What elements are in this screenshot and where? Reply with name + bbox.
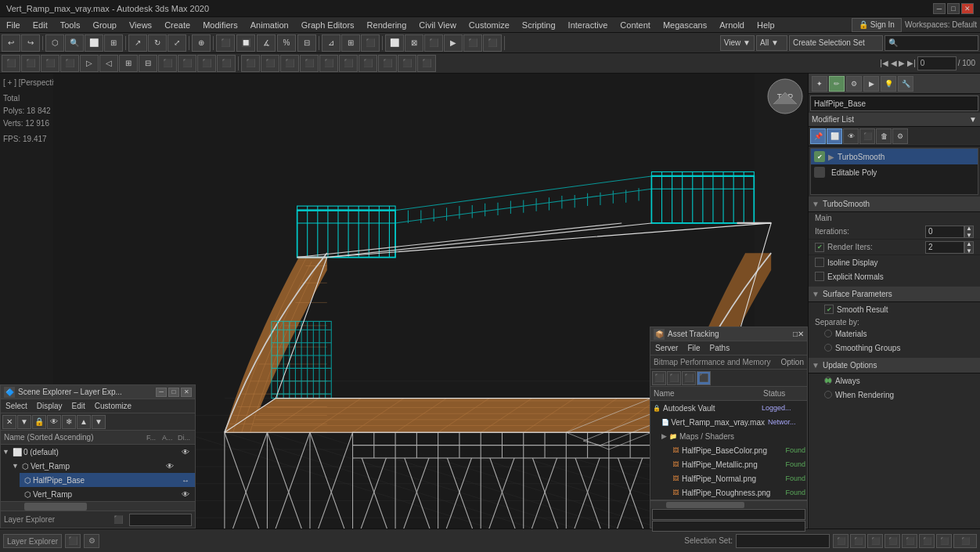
asset-tb-btn4-active[interactable]: ⬛ — [697, 371, 711, 385]
asset-row-metallic[interactable]: 🖼 HalfPipe_Metallic.png Found — [669, 457, 807, 471]
minimize-button[interactable]: ─ — [933, 3, 946, 14]
tb2-btn-2[interactable]: ⬛ — [21, 55, 40, 72]
tb2-btn-1[interactable]: ⬛ — [2, 55, 20, 72]
tb2-btn-5[interactable]: ▷ — [80, 55, 99, 72]
options-btn[interactable]: ⚙ — [84, 534, 99, 548]
when-rendering-radio[interactable] — [824, 391, 832, 399]
se-freeze-icon[interactable]: ❄ — [62, 415, 76, 429]
pin-modifier-btn[interactable]: 📌 — [810, 128, 826, 144]
se-lock-icon[interactable]: 🔒 — [32, 415, 46, 429]
tb2-btn-8[interactable]: ⊟ — [139, 55, 157, 72]
asset-tb-btn3[interactable]: ⬛ — [682, 371, 696, 385]
tb2-btn-12[interactable]: ⬛ — [217, 55, 236, 72]
menu-create[interactable]: Create — [158, 17, 196, 33]
se-selection-set-input[interactable] — [129, 514, 192, 526]
motion-panel-btn[interactable]: ▶ — [863, 76, 879, 92]
angle-snap[interactable]: ∡ — [257, 34, 276, 52]
align-button[interactable]: ⊞ — [341, 34, 360, 52]
create-panel-btn[interactable]: ✦ — [812, 76, 827, 92]
se-show-icon[interactable]: 👁 — [47, 415, 61, 429]
always-radio[interactable] — [824, 377, 832, 384]
menu-help[interactable]: Help — [751, 17, 781, 33]
se-scrollbar[interactable] — [1, 501, 195, 511]
render-iters-checkbox[interactable]: ✔ — [815, 243, 824, 252]
se-menu-edit[interactable]: Edit — [67, 399, 90, 413]
se-menu-customize[interactable]: Customize — [90, 399, 136, 413]
materials-radio[interactable] — [824, 330, 832, 337]
undo-button[interactable]: ↩ — [2, 34, 20, 52]
layer-manager-button[interactable]: ⬛ — [361, 34, 380, 52]
tb2-btn-11[interactable]: ⬛ — [197, 55, 216, 72]
tb2-btn-13[interactable]: ⬛ — [241, 55, 260, 72]
hierarchy-panel-btn[interactable]: ⚙ — [846, 76, 862, 92]
asset-option-label[interactable]: Option — [781, 358, 804, 366]
menu-civil-view[interactable]: Civil View — [413, 17, 462, 33]
iterations-spin-btn[interactable]: ▲▼ — [964, 225, 974, 238]
nav-btn6[interactable]: ⬛ — [919, 534, 935, 548]
nav-btn4[interactable]: ⬛ — [885, 534, 900, 548]
nav-btn5[interactable]: ⬛ — [902, 534, 917, 548]
window-crossing-button[interactable]: ⊞ — [104, 34, 123, 52]
se-close-btn[interactable]: ✕ — [181, 388, 192, 397]
explicit-normals-checkbox[interactable] — [815, 272, 824, 281]
modifier-editable-poly[interactable]: Editable Poly — [811, 164, 978, 180]
nav-btn8[interactable]: ⬛ — [953, 534, 977, 548]
all-dropdown[interactable]: All ▼ — [756, 35, 787, 51]
iterations-spinner[interactable]: 0 ▲▼ — [925, 225, 974, 238]
menu-graph-editors[interactable]: Graph Editors — [295, 17, 361, 33]
tb2-btn-14[interactable]: ⬛ — [261, 55, 279, 72]
se-obj-vert-ramp-2[interactable]: ⬡ Vert_Ramp 👁 — [20, 487, 195, 501]
smoothing-groups-radio[interactable] — [824, 344, 832, 352]
asset-path-input[interactable] — [652, 509, 805, 520]
tb2-btn-15[interactable]: ⬛ — [280, 55, 299, 72]
display-panel-btn[interactable]: 💡 — [881, 76, 896, 92]
scrollbar-thumb[interactable] — [24, 503, 87, 511]
menu-tools[interactable]: Tools — [54, 17, 87, 33]
se-row-move[interactable]: ↔ — [178, 476, 193, 485]
asset-row-maps-group[interactable]: ▶ 📁 Maps / Shaders — [660, 429, 807, 443]
isoline-checkbox[interactable] — [815, 258, 824, 267]
nav-btn2[interactable]: ⬛ — [850, 534, 866, 548]
isolate-icon[interactable]: ⬛ — [859, 128, 875, 144]
render-setup-button[interactable]: ⬛ — [424, 34, 443, 52]
select-region-button[interactable]: ⬜ — [85, 34, 103, 52]
asset-menu-server[interactable]: Server — [650, 341, 683, 355]
search-input[interactable]: 🔍 — [885, 35, 978, 51]
se-up-icon[interactable]: ▲ — [77, 415, 91, 429]
tb2-btn-21[interactable]: ⬛ — [398, 55, 416, 72]
tb2-btn-9[interactable]: ⬛ — [158, 55, 177, 72]
tb2-btn-20[interactable]: ⬛ — [378, 55, 397, 72]
modifier-visibility-btn[interactable]: ✔ — [814, 151, 825, 162]
render-iters-value[interactable]: 2 — [925, 241, 964, 254]
asset-tb-btn2[interactable]: ⬛ — [667, 371, 681, 385]
layer-explorer-btn[interactable]: Layer Explorer — [3, 534, 62, 548]
view-dropdown[interactable]: View ▼ — [720, 35, 755, 51]
iterations-value[interactable]: 0 — [925, 225, 964, 238]
menu-animation[interactable]: Animation — [244, 17, 295, 33]
se-layer-default[interactable]: ▼ ⬜ 0 (default) 👁 — [1, 445, 195, 459]
rotate-button[interactable]: ↻ — [148, 34, 167, 52]
se-obj-vert-ramp-1[interactable]: ▼ ⬡ Vert_Ramp 👁 — [10, 459, 195, 473]
menu-modifiers[interactable]: Modifiers — [196, 17, 244, 33]
select-button[interactable]: ⬡ — [45, 34, 64, 52]
display-icon[interactable]: 👁 — [843, 128, 859, 144]
menu-megascans[interactable]: Megascans — [657, 17, 713, 33]
render-iters-spinner[interactable]: 2 ▲▼ — [925, 241, 974, 254]
nav-btn1[interactable]: ⬛ — [833, 534, 848, 548]
redo-button[interactable]: ↪ — [21, 34, 40, 52]
asset-row-basecolor[interactable]: 🖼 HalfPipe_BaseColor.png Found — [669, 443, 807, 457]
create-selection-set[interactable]: Create Selection Set — [789, 35, 883, 51]
menu-content[interactable]: Content — [614, 17, 657, 33]
surface-params-header[interactable]: ▼ Surface Parameters — [809, 287, 980, 302]
schematic-view-button[interactable]: ⬜ — [385, 34, 404, 52]
se-row-eye3[interactable]: 👁 — [178, 490, 193, 499]
sign-in-button[interactable]: 🔒 Sign In — [852, 18, 902, 32]
render-frame-button[interactable]: ⬛ — [463, 34, 482, 52]
tb2-btn-10[interactable]: ⬛ — [178, 55, 196, 72]
smooth-result-checkbox[interactable]: ✔ — [824, 305, 834, 314]
menu-interactive[interactable]: Interactive — [562, 17, 614, 33]
se-menu-display[interactable]: Display — [32, 399, 67, 413]
delete-icon[interactable]: 🗑 — [876, 128, 892, 144]
move-button[interactable]: ↗ — [128, 34, 147, 52]
render-last-button[interactable]: ⬛ — [483, 34, 502, 52]
